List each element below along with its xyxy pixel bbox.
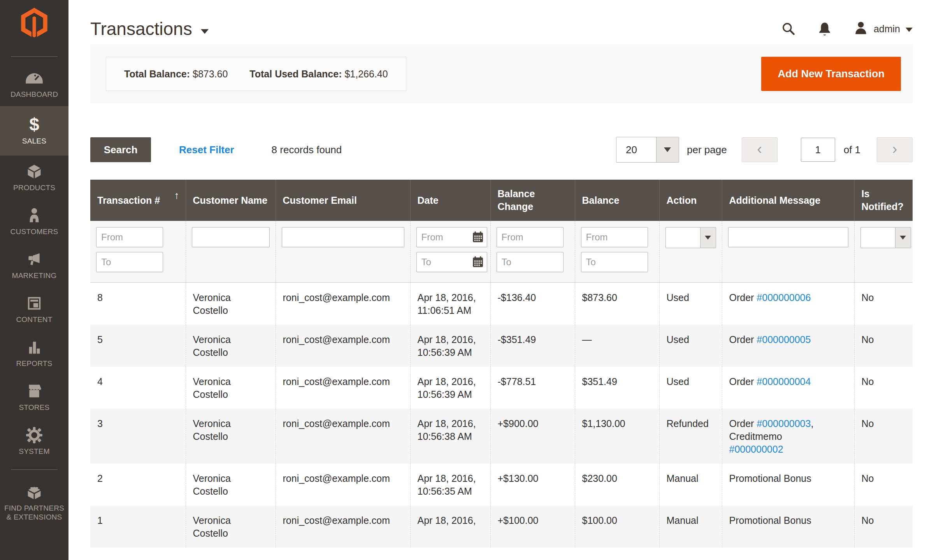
cell-transaction-id: 3: [90, 409, 186, 464]
total-used-balance: Total Used Balance: $1,266.40: [249, 68, 388, 80]
cell-balance-change: -$351.49: [490, 325, 575, 367]
balance-change-value: +$900.00: [498, 418, 539, 429]
page-title-caret-icon[interactable]: [201, 29, 209, 34]
grid-controls: Search Reset Filter 8 records found 20 p…: [90, 137, 913, 163]
table-row[interactable]: 5VeronicaCostelloroni_cost@example.comAp…: [90, 325, 913, 367]
totals-summary-box: Total Balance: $873.60 Total Used Balanc…: [106, 57, 406, 91]
system-icon: [2, 426, 67, 444]
sidebar-item-products[interactable]: PRODUCTS: [0, 156, 68, 200]
admin-caret-icon: [906, 28, 913, 32]
total-used-balance-value: $1,266.40: [344, 68, 388, 79]
table-row[interactable]: 4VeronicaCostelloroni_cost@example.comAp…: [90, 367, 913, 409]
column-header-balance-change[interactable]: Balance Change: [490, 180, 575, 221]
balance-change-to-input[interactable]: [497, 252, 564, 272]
document-link[interactable]: #000000006: [757, 292, 811, 303]
cell-transaction-id: 4: [90, 367, 186, 409]
column-header-customer-name[interactable]: Customer Name: [186, 180, 276, 221]
column-header-action[interactable]: Action: [659, 180, 722, 221]
column-header-customer-email[interactable]: Customer Email: [276, 180, 410, 221]
transaction-id-to-input[interactable]: [96, 252, 163, 272]
transaction-id-from-input[interactable]: [96, 227, 163, 247]
balance-change-from-input[interactable]: [497, 227, 564, 247]
cell-balance: —: [575, 325, 659, 367]
magento-logo[interactable]: [0, 0, 68, 40]
cell-customer-name: VeronicaCostello: [186, 409, 276, 464]
column-header-additional-message[interactable]: Additional Message: [722, 180, 854, 221]
balance-to-input[interactable]: [581, 252, 648, 272]
balance-from-input[interactable]: [581, 227, 648, 247]
customer-email-filter-input[interactable]: [282, 227, 404, 247]
action-filter-select[interactable]: [665, 227, 716, 248]
total-balance-label: Total Balance:: [124, 68, 190, 79]
table-row[interactable]: 1VeronicaCostelloroni_cost@example.comAp…: [90, 506, 913, 548]
page-number-input[interactable]: [801, 138, 835, 162]
date-from-input[interactable]: [416, 227, 487, 247]
document-link[interactable]: #000000004: [757, 376, 811, 387]
search-button[interactable]: Search: [90, 137, 151, 162]
next-page-button[interactable]: ›: [877, 137, 913, 162]
cell-action: Used: [659, 283, 722, 325]
date-to-input[interactable]: [416, 252, 487, 272]
balance-change-value: -$351.49: [498, 334, 536, 345]
sidebar-item-reports[interactable]: REPORTS: [0, 331, 68, 375]
cell-customer-name: VeronicaCostello: [186, 325, 276, 367]
table-row[interactable]: 8VeronicaCostelloroni_cost@example.comAp…: [90, 283, 913, 325]
table-body: 8VeronicaCostelloroni_cost@example.comAp…: [90, 283, 913, 548]
sidebar-item-content[interactable]: CONTENT: [0, 287, 68, 331]
sidebar-item-sales[interactable]: $SALES: [0, 106, 68, 156]
cell-balance-change: +$900.00: [490, 409, 575, 464]
cell-additional-message: Order #000000004: [722, 367, 854, 409]
table-row[interactable]: 2VeronicaCostelloroni_cost@example.comAp…: [90, 464, 913, 506]
message-text: Promotional Bonus: [729, 515, 811, 526]
column-header-date[interactable]: Date: [410, 180, 490, 221]
filter-cell-balance: [575, 221, 659, 283]
column-header-is-notified[interactable]: Is Notified?: [854, 180, 913, 221]
per-page-select[interactable]: 20: [616, 137, 679, 163]
cell-date: Apr 18, 2016,10:56:39 AM: [410, 367, 490, 409]
previous-page-button[interactable]: ‹: [742, 137, 778, 162]
document-link[interactable]: #000000005: [757, 334, 811, 345]
notifications-bell-icon[interactable]: [818, 21, 832, 36]
search-icon[interactable]: [781, 21, 796, 36]
cell-additional-message: Order #000000005: [722, 325, 854, 367]
column-header-label: Transaction #: [97, 195, 160, 206]
admin-account-menu[interactable]: admin: [853, 21, 913, 37]
sidebar-item-partners[interactable]: FIND PARTNERS & EXTENSIONS: [0, 476, 68, 529]
additional-message-filter-input[interactable]: [728, 227, 848, 247]
document-link[interactable]: #000000003: [757, 418, 811, 429]
reset-filter-link[interactable]: Reset Filter: [179, 144, 234, 156]
account-avatar-icon: [853, 21, 868, 37]
is-notified-filter-select[interactable]: [860, 227, 911, 248]
message-text: Promotional Bonus: [729, 473, 811, 484]
column-header-balance[interactable]: Balance: [575, 180, 659, 221]
sidebar-item-marketing[interactable]: MARKETING: [0, 243, 68, 287]
customer-name-filter-input[interactable]: [192, 227, 270, 247]
cell-transaction-id: 2: [90, 464, 186, 506]
balance-change-value: +$100.00: [498, 515, 539, 526]
per-page-value: 20: [616, 137, 656, 162]
cell-balance: $351.49: [575, 367, 659, 409]
cell-date: Apr 18, 2016,10:56:39 AM: [410, 325, 490, 367]
pager: 20 per page ‹ of 1 ›: [616, 137, 913, 163]
table-row[interactable]: 3VeronicaCostelloroni_cost@example.comAp…: [90, 409, 913, 464]
sidebar-item-stores[interactable]: STORES: [0, 375, 68, 419]
cell-balance: $1,130.00: [575, 409, 659, 464]
column-header-transaction[interactable]: Transaction #↑: [90, 180, 186, 221]
column-header-label: Action: [667, 195, 697, 206]
total-balance: Total Balance: $873.60: [124, 68, 228, 80]
sidebar-item-system[interactable]: SYSTEM: [0, 419, 68, 463]
message-text: Order: [729, 418, 757, 429]
cell-action: Refunded: [659, 409, 722, 464]
sidebar-divider: [11, 56, 58, 57]
cell-balance-change: -$778.51: [490, 367, 575, 409]
sidebar-item-dashboard[interactable]: DASHBOARD: [0, 62, 68, 106]
cell-date: Apr 18, 2016,10:56:38 AM: [410, 409, 490, 464]
add-new-transaction-button[interactable]: Add New Transaction: [761, 57, 901, 91]
sidebar-item-customers[interactable]: CUSTOMERS: [0, 200, 68, 243]
document-link[interactable]: #000000002: [729, 444, 783, 455]
cell-additional-message: Order #000000003, Creditmemo#000000002: [722, 409, 854, 464]
cell-customer-email: roni_cost@example.com: [276, 325, 410, 367]
cell-additional-message: Order #000000006: [722, 283, 854, 325]
cell-customer-email: roni_cost@example.com: [276, 283, 410, 325]
sidebar-item-label: PRODUCTS: [2, 183, 67, 192]
